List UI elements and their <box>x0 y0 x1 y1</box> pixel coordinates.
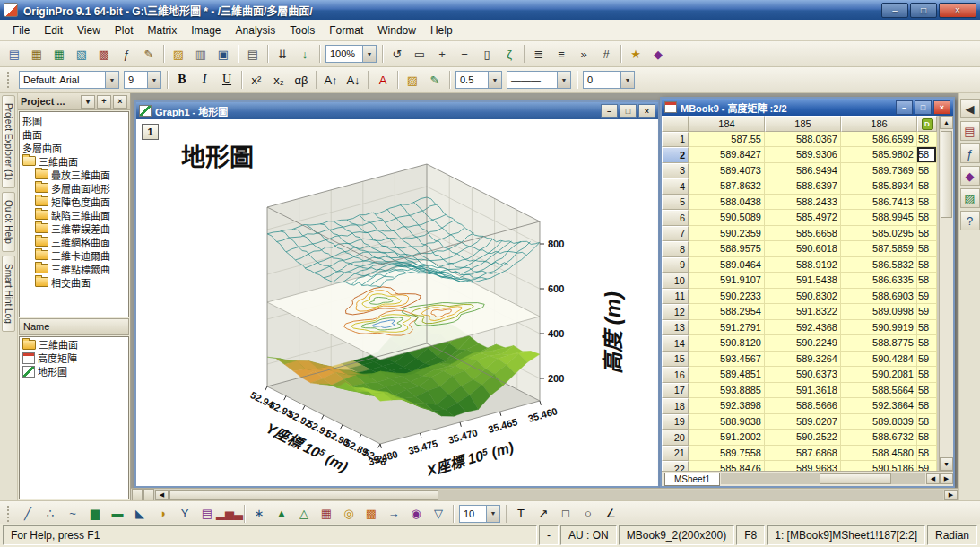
menu-plot[interactable]: Plot <box>108 22 141 39</box>
new-project-button[interactable]: ▤ <box>4 43 25 65</box>
draw-rect-button[interactable]: □ <box>555 503 577 525</box>
draw-arrow-button[interactable]: ↗ <box>533 503 554 525</box>
matrix-cell-partial[interactable]: 59 <box>917 352 937 368</box>
plot-double-y-button[interactable]: Y <box>174 503 195 525</box>
chevron-down-icon[interactable]: ▼ <box>620 72 634 88</box>
matrix-cell[interactable]: 588.2954 <box>689 304 765 320</box>
menu-analysis[interactable]: Analysis <box>229 22 283 39</box>
apps-panel-button[interactable]: ◆ <box>960 166 980 186</box>
tree-item[interactable]: 多層曲面地形 <box>20 181 128 195</box>
plot-heatmap-button[interactable]: ▩ <box>360 503 382 525</box>
scroll-left-arrow-icon[interactable]: ◀ <box>155 490 169 500</box>
project-explorer-header[interactable]: Project ... ▾+× <box>18 93 130 110</box>
hscroll-track[interactable] <box>169 490 943 500</box>
vscroll-track[interactable] <box>940 129 953 457</box>
matrix-cell[interactable]: 590.2081 <box>841 367 917 383</box>
matrix-cell[interactable]: 588.2433 <box>765 195 841 211</box>
plot-column-button[interactable]: ▆ <box>84 503 106 525</box>
matrix-cell[interactable]: 588.4580 <box>841 446 917 462</box>
bottom-size-combo[interactable]: 10▼ <box>459 505 500 523</box>
line-width-combo[interactable]: 0.5▼ <box>455 71 502 89</box>
scroll-down-arrow-icon[interactable]: ▼ <box>940 457 953 471</box>
new-matrix-button[interactable]: ▩ <box>93 43 115 65</box>
matrix-window[interactable]: MBook9 - 高度矩陣 :2/2 –□× 184185186D1587.55… <box>660 97 955 488</box>
matrix-cell[interactable]: 585.4972 <box>765 210 841 226</box>
name-column-header[interactable]: Name <box>19 318 129 335</box>
list-item[interactable]: 三維曲面 <box>20 338 128 352</box>
chevron-down-icon[interactable]: ▼ <box>488 72 501 88</box>
matrix-cell[interactable]: 589.0207 <box>765 414 841 430</box>
matrix-cell[interactable]: 588.5664 <box>841 383 917 399</box>
print-button[interactable]: ▤ <box>242 43 264 65</box>
plot-3d-bars-button[interactable]: ▦ <box>316 503 337 525</box>
matrix-cell-partial[interactable]: 59 <box>917 461 937 471</box>
tree-item[interactable]: 形圖 <box>20 114 128 127</box>
matrix-cell[interactable]: 592.4368 <box>765 320 841 336</box>
menu-image[interactable]: Image <box>184 22 228 39</box>
matrix-cell[interactable]: 589.9306 <box>765 147 841 163</box>
matrix-row-header[interactable]: 22 <box>662 461 689 471</box>
superscript-button[interactable]: x² <box>246 69 267 91</box>
matrix-cell[interactable]: 590.9919 <box>841 320 917 336</box>
angle-combo[interactable]: 0▼ <box>583 71 635 89</box>
matrix-cell[interactable]: 592.3664 <box>841 398 917 414</box>
copy-page-button[interactable]: ▯ <box>476 43 498 65</box>
hscroll-thumb[interactable] <box>169 490 438 500</box>
save-project-button[interactable]: ▣ <box>212 43 234 65</box>
matrix-cell-partial[interactable]: 58 <box>917 132 937 148</box>
matrix-cell[interactable]: 591.3618 <box>765 383 841 399</box>
matrix-cell[interactable]: 589.4073 <box>689 163 765 179</box>
new-function-button[interactable]: ƒ <box>116 43 137 65</box>
matrix-column-header-partial[interactable]: D <box>917 116 937 132</box>
plot-scatter-button[interactable]: ∴ <box>39 503 61 525</box>
panel-close-button[interactable]: × <box>113 95 127 109</box>
matrix-cell-partial[interactable]: 58 <box>917 383 937 399</box>
matrix-restore-button[interactable]: □ <box>915 100 932 115</box>
panel-pin-button[interactable]: + <box>97 95 111 109</box>
matrix-cell-partial[interactable]: 59 <box>917 304 937 320</box>
matrix-cell[interactable]: 590.5089 <box>689 210 765 226</box>
matrix-cell[interactable]: 590.4284 <box>841 352 917 368</box>
tree-item[interactable]: 多層曲面 <box>20 141 128 154</box>
plot-line-button[interactable]: ╱ <box>17 503 39 525</box>
matrix-cell[interactable]: 589.3264 <box>765 352 841 368</box>
bold-button[interactable]: B <box>171 69 193 91</box>
matrix-cell[interactable]: 592.3898 <box>689 398 765 414</box>
matrix-cell-partial[interactable]: 58 <box>917 257 937 274</box>
close-button[interactable]: × <box>939 3 976 18</box>
menu-format[interactable]: Format <box>322 22 370 39</box>
matrix-cell[interactable]: 591.2791 <box>689 320 765 336</box>
new-excel-button[interactable]: ▦ <box>48 43 70 65</box>
matrix-vertical-scrollbar[interactable]: ▲▼ <box>939 116 953 471</box>
graph-window[interactable]: Graph1 - 地形圖 –□× 52.8852.8952.9052.9152.… <box>134 100 660 488</box>
plot-box-button[interactable]: ▤ <box>196 503 218 525</box>
matrix-cell[interactable]: 585.8476 <box>689 461 765 471</box>
graph-window-titlebar[interactable]: Graph1 - 地形圖 –□× <box>136 102 658 119</box>
matrix-cell[interactable]: 586.9494 <box>765 163 841 179</box>
plot-vector-button[interactable]: → <box>383 503 404 525</box>
add-text-button[interactable]: T <box>510 503 532 525</box>
panel-menu-button[interactable]: ▾ <box>81 95 95 109</box>
matrix-row-header[interactable]: 13 <box>662 320 689 336</box>
matrix-cell[interactable]: 586.6335 <box>841 273 917 289</box>
matrix-horizontal-scrollbar[interactable] <box>721 473 925 484</box>
tree-item[interactable]: 相交曲面 <box>20 275 128 289</box>
matrix-cell[interactable]: 590.6373 <box>765 367 841 383</box>
toolbar-grip[interactable] <box>7 72 13 88</box>
vscroll-thumb[interactable] <box>941 131 952 218</box>
matrix-table[interactable]: 184185186D1587.55588.0367586.6599582589.… <box>662 116 937 471</box>
tree-item[interactable]: 疊放三維曲面 <box>20 168 128 181</box>
matrix-cell[interactable]: 589.4851 <box>689 367 765 383</box>
matrix-cell-partial[interactable]: 58 <box>917 430 937 446</box>
matrix-cell[interactable]: 590.8302 <box>765 289 841 305</box>
matrix-grid[interactable]: 184185186D1587.55588.0367586.6599582589.… <box>662 116 953 471</box>
matrix-row-header[interactable]: 11 <box>662 289 689 305</box>
title-bar[interactable]: OriginPro 9.1 64-bit - G:\三維地形圖 * - /三維曲… <box>0 0 980 20</box>
matrix-cell[interactable]: 591.9107 <box>689 273 765 289</box>
menu-help[interactable]: Help <box>423 22 460 39</box>
line-style-combo[interactable]: ———▼ <box>507 71 571 89</box>
matrix-cell-partial[interactable]: 58 <box>917 414 937 430</box>
matrix-cell-partial[interactable]: 58 <box>917 147 937 163</box>
zoom-in-button[interactable]: + <box>431 43 453 65</box>
plot-histogram-button[interactable]: ▂▅▃ <box>219 503 240 525</box>
